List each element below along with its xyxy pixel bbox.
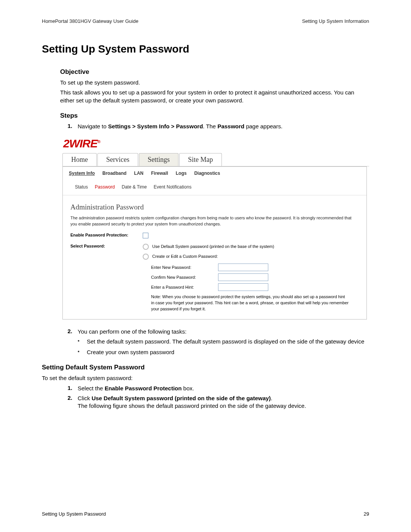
step-1: 1. Navigate to Settings > System Info > … <box>60 123 369 130</box>
subtab-broadband[interactable]: Broadband <box>102 171 126 176</box>
radio-default-password-label: Use Default System password (printed on … <box>152 244 274 249</box>
tert-status[interactable]: Status <box>75 184 88 190</box>
step-text: Click Use Default System password (print… <box>78 395 369 410</box>
admin-heading: Administration Password <box>70 203 359 211</box>
password-hint-label: Enter a Password Hint: <box>151 285 218 289</box>
default-step-2: 2. Click Use Default System password (pr… <box>60 395 369 410</box>
page-title: Setting Up System Password <box>42 43 369 55</box>
admin-description: The administration password restricts sy… <box>70 215 359 227</box>
confirm-password-input[interactable] <box>218 273 268 281</box>
router-ui-screenshot: 2WIRE® Home Services Settings Site Map S… <box>60 136 369 320</box>
bullet-icon: • <box>78 348 87 356</box>
footer-left: Setting Up System Password <box>42 511 106 517</box>
radio-custom-password[interactable] <box>143 254 149 260</box>
step-number: 2. <box>60 328 78 335</box>
steps-heading: Steps <box>60 112 369 120</box>
running-head-left: HomePortal 3801HGV Gateway User Guide <box>42 18 139 24</box>
bullet-icon: • <box>78 338 87 345</box>
password-hint-input[interactable] <box>218 283 268 291</box>
step-number: 1. <box>60 123 78 130</box>
enable-password-checkbox[interactable] <box>143 233 148 238</box>
step-text: Select the Enable Password Protection bo… <box>78 385 369 392</box>
radio-custom-password-label: Create or Edit a Custom Password: <box>152 254 218 259</box>
radio-default-password[interactable] <box>143 244 149 250</box>
admin-password-section: Administration Password The administrati… <box>63 195 366 319</box>
radio-custom-password-row: Create or Edit a Custom Password: <box>143 254 359 260</box>
bullet-item: • Create your own system password <box>78 348 369 356</box>
tab-sitemap[interactable]: Site Map <box>179 153 222 166</box>
objective-text-2: This task allows you to set up a passwor… <box>60 89 369 104</box>
sub-tabs: System Info Broadband LAN Firewall Logs … <box>63 167 366 181</box>
footer-page-number: 29 <box>364 511 369 517</box>
tert-datetime[interactable]: Date & Time <box>122 184 147 190</box>
subtab-diagnostics[interactable]: Diagnostics <box>194 171 220 176</box>
new-password-input[interactable] <box>218 264 268 271</box>
new-password-label: Enter New Password: <box>151 265 218 270</box>
step-text: Navigate to Settings > System Info > Pas… <box>78 123 369 130</box>
bullet-text: Set the default system password. The def… <box>87 338 369 345</box>
tab-services[interactable]: Services <box>97 153 138 166</box>
step-2: 2. You can perform one of the following … <box>60 328 369 335</box>
subtab-firewall[interactable]: Firewall <box>151 171 168 176</box>
tert-password[interactable]: Password <box>95 184 115 190</box>
running-head-right: Setting Up System Information <box>302 18 369 24</box>
subtab-lan[interactable]: LAN <box>134 171 143 176</box>
subtab-systeminfo[interactable]: System Info <box>69 171 95 176</box>
bullet-item: • Set the default system password. The d… <box>78 338 369 345</box>
objective-heading: Objective <box>60 68 369 76</box>
radio-default-password-row: Use Default System password (printed on … <box>143 244 359 250</box>
tert-eventnotif[interactable]: Event Notifications <box>154 184 191 190</box>
tab-home[interactable]: Home <box>62 153 97 166</box>
enable-password-label: Enable Password Protection: <box>70 233 143 237</box>
objective-text-1: To set up the system password. <box>60 79 369 86</box>
default-step-1: 1. Select the Enable Password Protection… <box>60 385 369 392</box>
settings-panel: System Info Broadband LAN Firewall Logs … <box>62 166 367 320</box>
confirm-password-label: Confirm New Password: <box>151 275 218 280</box>
step-number: 2. <box>60 395 78 410</box>
default-password-heading: Setting Default System Password <box>42 364 369 371</box>
step-number: 1. <box>60 385 78 392</box>
2wire-logo: 2WIRE® <box>60 136 369 153</box>
select-password-label: Select Password: <box>70 244 143 248</box>
tertiary-tabs: Status Password Date & Time Event Notifi… <box>63 181 366 195</box>
step-text: You can perform one of the following tas… <box>78 328 369 335</box>
tab-settings[interactable]: Settings <box>139 153 178 166</box>
bullet-text: Create your own system password <box>87 348 369 356</box>
subtab-logs[interactable]: Logs <box>176 171 187 176</box>
password-note: Note: When you choose to password protec… <box>151 294 349 312</box>
main-tabs: Home Services Settings Site Map <box>62 153 369 166</box>
default-password-intro: To set the default system password: <box>42 374 369 382</box>
